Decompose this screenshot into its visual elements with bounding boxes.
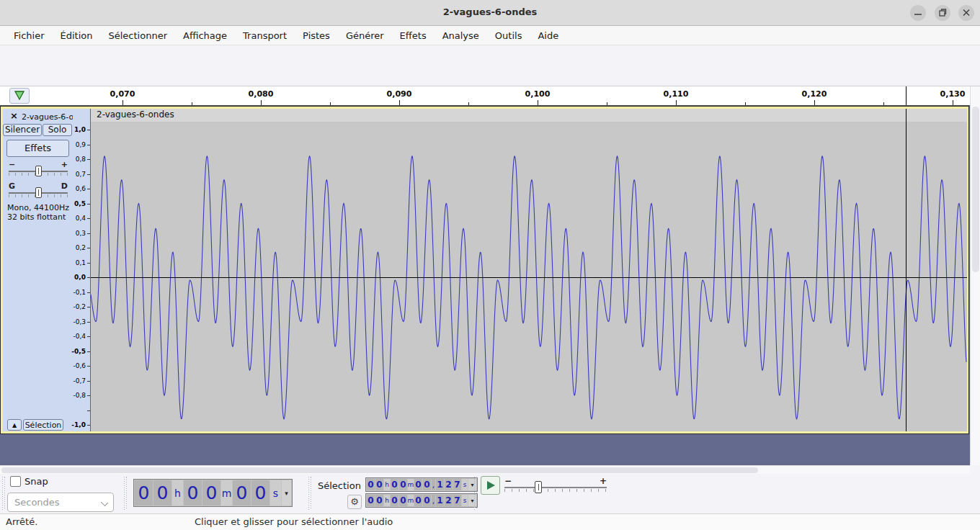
menu-pistes[interactable]: Pistes: [295, 27, 338, 44]
solo-button[interactable]: Solo: [43, 124, 72, 136]
timeline-major-tick: [261, 100, 262, 105]
pan-slider-thumb[interactable]: [35, 187, 42, 198]
selection-toolbar-handle[interactable]: [308, 477, 312, 510]
snap-checkbox[interactable]: [10, 476, 21, 487]
track-selection-button[interactable]: Sélection: [23, 419, 63, 431]
selection-settings-gear-button[interactable]: ⚙: [347, 495, 362, 509]
selection-start-digit[interactable]: 0: [399, 479, 407, 490]
pinned-playhead-button[interactable]: [9, 88, 30, 104]
selection-end-digit[interactable]: 0: [367, 495, 375, 506]
vruler-label: -0,4: [73, 333, 86, 340]
vruler-tick: [87, 248, 90, 248]
menu-selectionner[interactable]: Sélectionner: [100, 27, 175, 44]
selection-start-digit[interactable]: 2: [445, 479, 453, 490]
track-name-menu[interactable]: 2-vagues-6-o▼: [22, 111, 74, 122]
menu-fichier[interactable]: Fichier: [6, 27, 53, 44]
vruler-tick: [87, 395, 90, 396]
gain-slider-thumb[interactable]: [35, 166, 42, 176]
horizontal-scrollbar-thumb[interactable]: [1, 467, 758, 473]
track-close-button[interactable]: ×: [9, 111, 19, 122]
minimize-button[interactable]: [910, 5, 926, 21]
audio-position-digit[interactable]: 0: [251, 480, 270, 506]
selection-end-digit[interactable]: 0: [423, 495, 431, 506]
vruler-label: 0,4: [76, 215, 86, 222]
selection-start-unit: h: [384, 479, 390, 490]
menu-effets[interactable]: Effets: [392, 27, 435, 44]
vruler-tick: [87, 336, 90, 337]
selection-start-digit[interactable]: 0: [367, 479, 375, 490]
menu-aide[interactable]: Aide: [530, 27, 566, 44]
vertical-scrollbar[interactable]: [970, 86, 980, 465]
vruler-label: 0,0: [74, 274, 86, 281]
timeline-label: 0,070: [110, 89, 135, 99]
audio-position-display[interactable]: 00h00m00s▾: [133, 479, 293, 507]
timeline-label: 0,080: [249, 89, 274, 99]
selection-start-digit[interactable]: 0: [391, 479, 398, 490]
menu-transport[interactable]: Transport: [235, 27, 295, 44]
selection-end-digit[interactable]: 2: [445, 495, 453, 506]
playback-cursor-ruler: [906, 86, 906, 105]
vruler-label: -0,7: [73, 377, 86, 385]
selection-end-digit[interactable]: 0: [375, 495, 383, 506]
snap-toolbar-handle[interactable]: [2, 477, 6, 510]
close-button[interactable]: [958, 5, 974, 21]
speed-slider-thumb[interactable]: [535, 481, 542, 493]
menu-outils[interactable]: Outils: [487, 27, 530, 44]
collapse-track-button[interactable]: ▲: [7, 419, 22, 431]
playback-speed-slider[interactable]: − +: [504, 477, 607, 493]
audio-position-digit[interactable]: 0: [153, 480, 172, 506]
selection-end-unit: s: [462, 495, 468, 506]
gain-minus-label: −: [9, 160, 15, 169]
track-format-info: Mono, 44100Hz 32 bits flottant: [7, 204, 69, 222]
gain-slider[interactable]: − +: [9, 160, 68, 179]
vruler-tick: [87, 263, 90, 264]
selection-start-digit[interactable]: 0: [423, 479, 431, 490]
playspeed-toolbar-handle[interactable]: [474, 477, 478, 510]
snap-unit-combobox[interactable]: Secondes: [7, 493, 114, 512]
window-title: 2-vagues-6-ondes: [0, 6, 980, 17]
title-bar[interactable]: 2-vagues-6-ondes: [0, 0, 980, 26]
audio-position-digit[interactable]: 0: [184, 480, 202, 506]
selection-start-digit[interactable]: 1: [436, 479, 444, 490]
audio-position-digit[interactable]: 0: [202, 480, 220, 506]
selection-start-digit[interactable]: 7: [453, 479, 461, 490]
menu-generer[interactable]: Générer: [338, 27, 392, 44]
selection-end-digit[interactable]: 0: [391, 495, 398, 506]
selection-start-digit[interactable]: 0: [414, 479, 422, 490]
timeline-ruler[interactable]: 0,0700,0800,0900,1000,1100,1200,130: [0, 86, 970, 106]
selection-start-display[interactable]: 00h00m00,127s▾: [365, 477, 478, 492]
mute-button[interactable]: Silencer: [3, 124, 42, 136]
waveform-display[interactable]: 2-vagues-6-ondes: [91, 109, 967, 431]
selection-end-digit[interactable]: 1: [436, 495, 444, 506]
audio-position-unit: m: [221, 480, 232, 506]
menu-affichage[interactable]: Affichage: [175, 27, 235, 44]
audio-position-format-caret[interactable]: ▾: [282, 480, 291, 506]
timeline-major-tick: [953, 100, 953, 105]
timeline-major-tick: [676, 100, 677, 105]
selection-end-display[interactable]: 00h00m00,127s▾: [365, 493, 478, 508]
vertical-scale-ruler[interactable]: 1,00,90,80,70,60,50,40,30,20,10,0-0,1-0,…: [73, 109, 91, 431]
horizontal-scrollbar[interactable]: [0, 465, 970, 474]
restore-button[interactable]: [935, 5, 950, 21]
menu-edition[interactable]: Édition: [53, 27, 101, 44]
audio-position-unit: h: [172, 480, 183, 506]
vertical-scrollbar-thumb[interactable]: [972, 107, 979, 272]
bottom-toolbar: Snap Secondes 00h00m00s▾ Sélection ⚙ 00h…: [0, 474, 980, 513]
vruler-label: 0,3: [76, 230, 86, 237]
audio-position-digit[interactable]: 0: [135, 480, 153, 506]
vruler-label: -1,0: [71, 421, 86, 428]
selection-end-digit[interactable]: 0: [414, 495, 422, 506]
time-toolbar-handle[interactable]: [124, 477, 128, 510]
selection-end-digit[interactable]: 7: [453, 495, 461, 506]
play-at-speed-button[interactable]: [481, 476, 500, 495]
selection-end-digit[interactable]: 0: [399, 495, 407, 506]
selection-start-digit[interactable]: 0: [375, 479, 383, 490]
audio-position-digit[interactable]: 0: [233, 480, 251, 506]
vruler-label: 0,8: [76, 156, 86, 163]
waveform-canvas[interactable]: [91, 122, 967, 431]
pan-slider[interactable]: G D: [9, 181, 68, 200]
menu-analyse[interactable]: Analyse: [435, 27, 487, 44]
selection-end-unit: h: [384, 495, 390, 506]
effects-button[interactable]: Effets: [6, 140, 69, 157]
selection-end-unit: m: [408, 495, 414, 506]
